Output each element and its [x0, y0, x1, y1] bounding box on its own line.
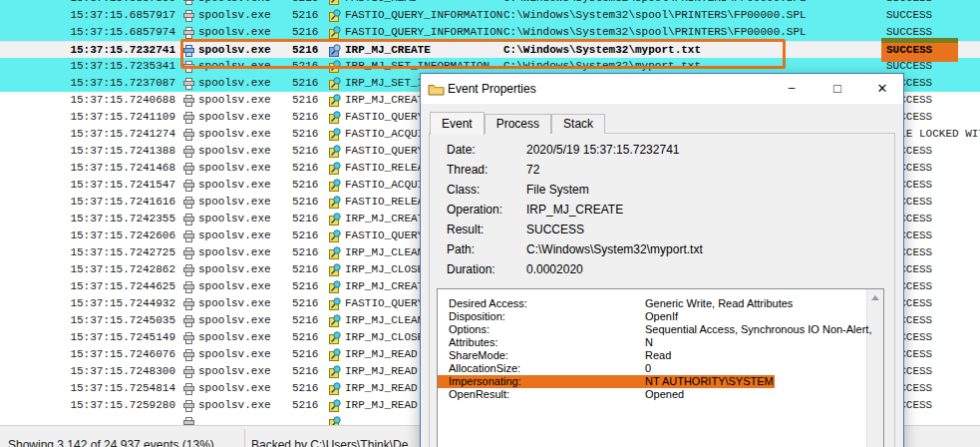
time-of-day-cell: 15:37:15.7240688 — [0, 94, 175, 107]
time-of-day-cell: 15:37:15.7245035 — [0, 314, 175, 327]
field-value: SUCCESS — [526, 223, 584, 236]
tab-process[interactable]: Process — [485, 114, 551, 134]
pid-cell: 5216 — [292, 229, 318, 242]
process-name-cell: spoolsv.exe — [198, 365, 271, 378]
process-name-cell: spoolsv.exe — [198, 111, 271, 124]
pid-cell: 5216 — [292, 331, 318, 344]
attribute-label: AllocationSize: — [449, 362, 520, 375]
pid-cell: 5216 — [292, 399, 318, 412]
attribute-row[interactable]: OpenResult:Opened — [438, 388, 866, 401]
attribute-row[interactable]: Attributes:N — [438, 336, 866, 349]
process-name-cell: spoolsv.exe — [198, 280, 271, 293]
time-of-day-cell: 15:37:15.7244932 — [0, 297, 175, 310]
time-of-day-cell: 15:37:15.7241468 — [0, 162, 175, 175]
attribute-value: NT AUTHORITY\SYSTEM — [645, 375, 774, 388]
close-button[interactable]: ✕ — [867, 74, 897, 103]
pid-cell: 5216 — [292, 213, 318, 225]
pid-cell: 5216 — [292, 9, 318, 22]
time-of-day-cell: 15:37:15.7246076 — [0, 348, 175, 361]
tab-event[interactable]: Event — [430, 112, 485, 135]
time-of-day-cell: 15:37:15.7235341 — [0, 60, 175, 73]
attribute-value: Sequential Access, Synchronous IO Non-Al… — [645, 323, 871, 336]
pid-cell: 5216 — [292, 246, 318, 259]
attribute-row[interactable]: Options:Sequential Access, Synchronous I… — [438, 323, 866, 336]
event-attributes-list[interactable]: Desired Access:Generic Write, Read Attri… — [437, 288, 884, 447]
tab-stack[interactable]: Stack — [551, 114, 605, 134]
event-row[interactable]: 15:37:15.6857917 spoolsv.exe5216 FASTIO_… — [0, 7, 980, 24]
attribute-value: N — [645, 336, 653, 349]
process-name-cell: spoolsv.exe — [198, 263, 271, 276]
attribute-row[interactable]: Desired Access:Generic Write, Read Attri… — [438, 297, 866, 310]
attribute-value: Generic Write, Read Attributes — [645, 297, 793, 310]
process-name-cell: spoolsv.exe — [198, 297, 271, 310]
folder-icon — [428, 82, 445, 100]
field-label: Thread: — [447, 163, 488, 177]
field-label: Operation: — [447, 203, 502, 217]
operation-cell: IRP_MJ_CREATE — [345, 94, 431, 107]
printer-icon — [182, 417, 195, 425]
result-cell: SUCCESS — [886, 44, 932, 57]
time-of-day-cell: 15:37:15.7241274 — [0, 128, 175, 141]
scroll-up-icon[interactable] — [871, 295, 879, 300]
attribute-row[interactable]: AllocationSize:0 — [438, 362, 866, 375]
attribute-value: 0 — [645, 362, 651, 375]
process-name-cell: spoolsv.exe — [198, 128, 271, 141]
time-of-day-cell: 15:37:15.7232741 — [0, 44, 175, 57]
pid-cell: 5216 — [292, 348, 318, 361]
pid-cell: 5216 — [292, 365, 318, 378]
time-of-day-cell: 15:37:15.6857917 — [0, 9, 175, 22]
process-name-cell: spoolsv.exe — [198, 179, 271, 192]
process-name-cell: spoolsv.exe — [198, 162, 271, 175]
attribute-value: OpenIf — [645, 310, 678, 323]
procmon-window: 15:37:15.6857860 spoolsv.exe5216 FASTIO_… — [0, 0, 980, 447]
time-of-day-cell: 15:37:15.7245149 — [0, 331, 175, 344]
attribute-value: Read — [645, 349, 671, 362]
time-of-day-cell: 15:37:15.7237087 — [0, 77, 175, 90]
process-name-cell: spoolsv.exe — [198, 213, 271, 225]
time-of-day-cell: 15:37:15.6857860 — [0, 0, 175, 5]
pid-cell: 5216 — [292, 0, 318, 5]
minimize-button[interactable]: – — [777, 74, 807, 103]
field-label: Result: — [447, 223, 484, 236]
dialog-title-bar[interactable]: Event Properties – □ ✕ — [421, 74, 903, 104]
process-name-cell: spoolsv.exe — [198, 77, 271, 90]
process-name-cell: spoolsv.exe — [198, 9, 271, 22]
pid-cell: 5216 — [292, 382, 318, 395]
result-cell: SUCCESS — [886, 0, 932, 5]
time-of-day-cell: 15:37:15.7244625 — [0, 280, 175, 293]
time-of-day-cell: 15:37:15.7259280 — [0, 399, 175, 412]
field-value: File System — [526, 183, 589, 197]
process-name-cell: spoolsv.exe — [198, 26, 271, 39]
attribute-label: Desired Access: — [449, 297, 527, 310]
status-backing-file: Backed by C:\Users\Think\De — [251, 438, 408, 447]
field-value: 2020/5/19 15:37:15.7232741 — [526, 143, 679, 157]
field-value: IRP_MJ_CREATE — [526, 203, 623, 217]
pid-cell: 5216 — [292, 280, 318, 293]
attribute-row[interactable]: ShareMode:Read — [438, 349, 866, 362]
scrollbar[interactable] — [866, 289, 883, 447]
operation-cell: FASTIO_QUERY_INFORMATION — [345, 9, 502, 22]
event-field-row: Path:C:\Windows\System32\myport.txt — [430, 239, 894, 259]
time-of-day-cell: 15:37:15.7254814 — [0, 382, 175, 395]
process-name-cell: spoolsv.exe — [198, 331, 271, 344]
status-events-count: Showing 3,142 of 24,937 events (13%) — [8, 438, 214, 447]
operation-cell: IRP_MJ_CLOSE — [345, 331, 424, 344]
process-name-cell: spoolsv.exe — [198, 314, 271, 327]
operation-cell: IRP_MJ_READ — [345, 348, 418, 361]
event-row[interactable]: 15:37:15.6857860 spoolsv.exe5216 FASTIO_… — [0, 0, 980, 7]
time-of-day-cell: 15:37:15.7242355 — [0, 213, 175, 225]
process-name-cell: spoolsv.exe — [198, 246, 271, 259]
pid-cell: 5216 — [292, 162, 318, 175]
time-of-day-cell: 15:37:15.6857974 — [0, 26, 175, 39]
pid-cell: 5216 — [292, 179, 318, 192]
maximize-button[interactable]: □ — [822, 74, 852, 103]
attribute-label: Disposition: — [449, 310, 505, 323]
operation-cell: IRP_MJ_READ — [345, 365, 418, 378]
attribute-row[interactable]: Disposition:OpenIf — [438, 310, 866, 323]
field-value: 0.0002020 — [526, 262, 583, 276]
event-field-row: Operation:IRP_MJ_CREATE — [430, 200, 894, 220]
attribute-row-impersonating-highlighted[interactable]: Impersonating:NT AUTHORITY\SYSTEM — [438, 375, 866, 388]
process-name-cell: spoolsv.exe — [198, 229, 271, 242]
result-cell: SUCCESS — [886, 9, 932, 22]
operation-cell: IRP_MJ_CLOSE — [345, 263, 424, 276]
